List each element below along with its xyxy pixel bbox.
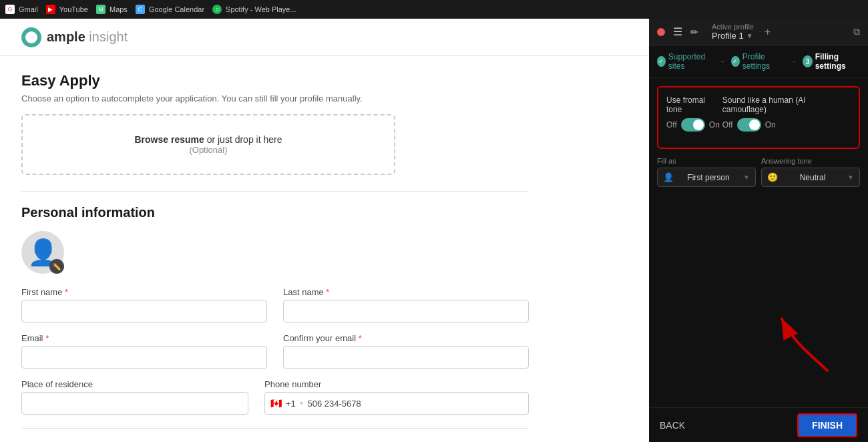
last-name-input[interactable]: [283, 300, 529, 322]
maps-icon: M: [96, 5, 105, 14]
selects-row: Fill as 👤 First person ▼ Answering tone …: [649, 157, 868, 195]
answering-tone-icon: 🙂: [767, 172, 778, 182]
phone-label: Phone number: [264, 379, 529, 389]
last-name-group: Last name *: [283, 287, 529, 322]
step-3-filling-settings: 3 Filling settings: [803, 52, 860, 71]
personal-info-title: Personal information: [21, 205, 553, 220]
email-group: Email *: [21, 333, 267, 369]
step-2-profile-settings: ✓ Profile settings: [731, 52, 784, 71]
logo-icon: [21, 27, 41, 47]
first-name-label: First name *: [21, 287, 267, 297]
residence-group: Place of residence: [21, 379, 248, 415]
phone-code: +1: [286, 399, 296, 409]
edit-icon[interactable]: ✏: [690, 27, 698, 37]
gmail-icon: G: [5, 5, 15, 14]
red-arrow-annotation: [775, 311, 835, 381]
residence-label: Place of residence: [21, 379, 248, 389]
formal-tone-title: Use fromal tone: [666, 95, 722, 114]
page-background: ample insight Front End and 📍 245 Yorkla…: [0, 19, 868, 442]
easy-apply-title: Easy Apply: [21, 72, 553, 89]
email-row: Email * Confirm your email *: [21, 333, 529, 369]
human-tone-setting: Sound like a human (AI camouflage) Off O…: [722, 95, 851, 132]
tab-gcal[interactable]: C Google Calendar: [136, 5, 204, 14]
human-tone-on-label: On: [765, 120, 776, 130]
arrow-annotation-area: [649, 195, 868, 407]
human-tone-title: Sound like a human (AI camouflage): [722, 95, 851, 114]
tab-youtube[interactable]: ▶ YouTube: [46, 5, 88, 14]
step-1-check-icon: ✓: [657, 56, 666, 67]
youtube-icon: ▶: [46, 5, 55, 14]
residence-input[interactable]: [21, 392, 248, 415]
step-3-label: Filling settings: [815, 52, 860, 71]
fill-as-chevron-icon: ▼: [743, 174, 750, 181]
spotify-icon: ♫: [212, 5, 222, 14]
phone-number-input[interactable]: [307, 399, 523, 409]
personal-info-section: Personal information 👤 ✏️ First name * L…: [21, 205, 553, 415]
tab-gmail[interactable]: G Gmail: [5, 5, 38, 14]
browser-chrome: G Gmail ▶ YouTube M Maps C Google Calend…: [0, 0, 868, 19]
human-tone-knob: [749, 120, 760, 130]
human-tone-off-label: Off: [722, 120, 733, 130]
answering-tone-group: Answering tone 🙂 Neutral ▼: [761, 157, 860, 187]
email-input[interactable]: [21, 346, 267, 369]
profile-name: Profile 1: [712, 31, 744, 41]
confirm-email-input[interactable]: [283, 346, 529, 369]
fill-as-value: First person: [687, 173, 729, 182]
formal-tone-setting: Use fromal tone Off On: [666, 95, 722, 132]
fill-as-select[interactable]: 👤 First person ▼: [657, 168, 756, 187]
steps-bar: ✓ Supported sites → ✓ Profile settings →…: [649, 45, 868, 78]
fill-as-group: Fill as 👤 First person ▼: [657, 157, 756, 187]
panel-close-button[interactable]: [657, 28, 665, 36]
step-1-supported-sites: ✓ Supported sites: [657, 52, 712, 71]
human-tone-toggle[interactable]: [737, 118, 761, 132]
residence-phone-row: Place of residence Phone number 🇨🇦 +1 •: [21, 379, 529, 415]
confirm-email-group: Confirm your email *: [283, 333, 529, 369]
avatar-edit-button[interactable]: ✏️: [49, 259, 64, 274]
upload-optional: (Optional): [41, 145, 375, 155]
phone-input-wrapper[interactable]: 🇨🇦 +1 •: [264, 392, 529, 415]
extension-panel: ☰ ✏ Active profile Profile 1 ▼ + ⧉ ✓ Sup…: [649, 19, 868, 442]
last-name-label: Last name *: [283, 287, 529, 297]
experience-section: Experience + Add: [21, 428, 529, 442]
panel-topbar: ☰ ✏ Active profile Profile 1 ▼ + ⧉: [649, 19, 868, 45]
active-profile-area: Active profile Profile 1 ▼: [712, 23, 754, 41]
confirm-email-label: Confirm your email *: [283, 333, 529, 343]
step-arrow-2: →: [789, 57, 797, 66]
menu-icon[interactable]: ☰: [673, 25, 682, 38]
gcal-icon: C: [136, 5, 145, 14]
main-content: Easy Apply Choose an option to autocompl…: [0, 56, 574, 442]
answering-tone-chevron-icon: ▼: [847, 174, 854, 181]
fill-as-icon: 👤: [663, 172, 674, 182]
profile-select[interactable]: Profile 1 ▼: [712, 31, 754, 41]
human-tone-toggle-row: Off On: [722, 118, 851, 132]
answering-tone-select[interactable]: 🙂 Neutral ▼: [761, 168, 860, 187]
back-button[interactable]: BACK: [660, 420, 685, 431]
tab-maps[interactable]: M Maps: [96, 5, 128, 14]
answering-tone-value: Neutral: [800, 173, 826, 182]
step-2-check-icon: ✓: [731, 56, 740, 67]
add-profile-button[interactable]: +: [765, 26, 771, 38]
fill-as-label: Fill as: [657, 157, 756, 165]
email-label: Email *: [21, 333, 267, 343]
name-row: First name * Last name *: [21, 287, 529, 322]
formal-tone-on-label: On: [709, 120, 720, 130]
copy-icon[interactable]: ⧉: [853, 26, 860, 37]
logo-area: ample insight: [21, 27, 128, 47]
formal-tone-off-label: Off: [666, 120, 677, 130]
answering-tone-label: Answering tone: [761, 157, 860, 165]
first-name-input[interactable]: [21, 300, 267, 322]
logo-text: ample insight: [47, 29, 128, 45]
step-arrow-1: →: [718, 57, 726, 66]
formal-tone-toggle[interactable]: [681, 118, 705, 132]
tab-spotify[interactable]: ♫ Spotify - Web Playe...: [212, 5, 296, 14]
step-2-label: Profile settings: [742, 52, 785, 71]
section-divider-1: [21, 191, 529, 192]
avatar-wrapper: 👤 ✏️: [21, 231, 64, 274]
step-3-number: 3: [803, 55, 812, 67]
upload-text: Browse resume or just drop it here: [41, 134, 375, 145]
phone-group: Phone number 🇨🇦 +1 •: [264, 379, 529, 415]
finish-button[interactable]: FINISH: [797, 413, 857, 437]
formal-tone-toggle-row: Off On: [666, 118, 722, 132]
profile-chevron-icon: ▼: [746, 32, 753, 39]
resume-upload-box[interactable]: Browse resume or just drop it here (Opti…: [21, 114, 395, 175]
